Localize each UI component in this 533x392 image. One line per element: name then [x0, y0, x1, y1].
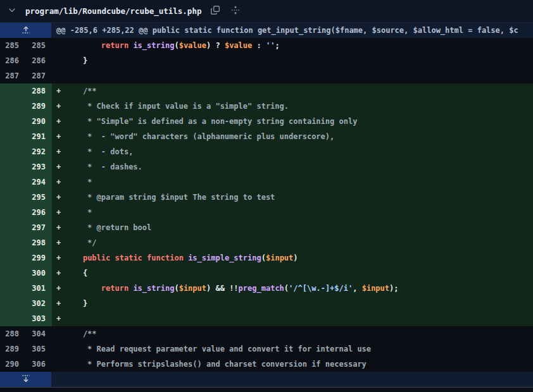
new-line-number[interactable]: 296 — [25, 205, 52, 220]
new-line-number[interactable]: 288 — [25, 83, 52, 99]
old-line-number[interactable]: 288 — [0, 326, 25, 341]
new-line-number[interactable]: 295 — [25, 190, 52, 205]
old-line-number[interactable]: 287 — [0, 68, 25, 83]
file-header: program/lib/Roundcube/rcube_utils.php — [0, 0, 533, 23]
old-line-number[interactable] — [0, 99, 25, 114]
old-line-number[interactable] — [0, 190, 25, 205]
diff-marker: + — [52, 99, 65, 114]
old-line-number[interactable]: 290 — [0, 357, 25, 372]
new-line-number[interactable]: 293 — [25, 159, 52, 175]
diff-line: 288304 /** — [0, 326, 533, 341]
code-line: } — [65, 53, 533, 68]
code-line: * @param string $input The string to tes… — [65, 190, 533, 205]
diff-marker — [52, 68, 65, 83]
code-line — [65, 311, 533, 326]
expand-up-button[interactable] — [0, 23, 51, 38]
diff-marker: + — [52, 220, 65, 235]
old-line-number[interactable] — [0, 250, 25, 266]
code-line: * - dashes. — [65, 159, 533, 175]
old-line-number[interactable] — [0, 266, 25, 281]
code-line: * Performs stripslashes() and charset co… — [65, 357, 533, 372]
new-line-number[interactable]: 291 — [25, 129, 52, 144]
new-line-number[interactable]: 287 — [25, 68, 52, 83]
code-line — [65, 68, 533, 83]
diff-line: 302+ } — [0, 296, 533, 311]
diff-marker: + — [52, 190, 65, 205]
diff-marker: + — [52, 129, 65, 144]
old-line-number[interactable] — [0, 83, 25, 99]
old-line-number[interactable] — [0, 220, 25, 235]
diff-marker — [52, 326, 65, 341]
diff-line: 290306 * Performs stripslashes() and cha… — [0, 357, 533, 372]
old-line-number[interactable] — [0, 129, 25, 144]
new-line-number[interactable]: 300 — [25, 266, 52, 281]
hunk-header-text: @@ -285,6 +285,22 @@ public static funct… — [51, 26, 518, 35]
diff-marker: + — [52, 205, 65, 220]
diff-line: 294+ * — [0, 175, 533, 190]
old-line-number[interactable] — [0, 311, 25, 326]
diff-marker: + — [52, 175, 65, 190]
code-line: * - dots, — [65, 144, 533, 159]
old-line-number[interactable] — [0, 114, 25, 129]
diff-line: 291+ * - "word" characters (alphanumeric… — [0, 129, 533, 144]
expand-down-button[interactable] — [0, 372, 51, 387]
code-line: { — [65, 266, 533, 281]
diff-line: 289+ * Check if input value is a "simple… — [0, 99, 533, 114]
chevron-down-icon — [8, 6, 16, 16]
new-line-number[interactable]: 306 — [25, 357, 52, 372]
expand-vertical-icon — [230, 5, 241, 17]
diff-line: 296+ * — [0, 205, 533, 220]
diff-line: 290+ * "Simple" is defined as a non-empt… — [0, 114, 533, 129]
code-line: * @return bool — [65, 220, 533, 235]
diff-line: 285285 return is_string($value) ? $value… — [0, 38, 533, 53]
diff-line: 295+ * @param string $input The string t… — [0, 190, 533, 205]
code-line: } — [65, 296, 533, 311]
diff-line: 292+ * - dots, — [0, 144, 533, 159]
code-line: /** — [65, 326, 533, 341]
new-line-number[interactable]: 304 — [25, 326, 52, 341]
new-line-number[interactable]: 286 — [25, 53, 52, 68]
diff-line: 293+ * - dashes. — [0, 159, 533, 175]
diff-marker — [52, 53, 65, 68]
new-line-number[interactable]: 285 — [25, 38, 52, 53]
new-line-number[interactable]: 301 — [25, 281, 52, 296]
diff-marker: + — [52, 235, 65, 250]
new-line-number[interactable]: 303 — [25, 311, 52, 326]
old-line-number[interactable] — [0, 281, 25, 296]
drag-handle-button[interactable] — [229, 4, 242, 18]
old-line-number[interactable] — [0, 205, 25, 220]
diff-line: 299+ public static function is_simple_st… — [0, 250, 533, 266]
diff-marker — [52, 38, 65, 53]
diff-line: 286286 } — [0, 53, 533, 68]
old-line-number[interactable] — [0, 175, 25, 190]
new-line-number[interactable]: 290 — [25, 114, 52, 129]
collapse-file-button[interactable] — [6, 4, 18, 18]
new-line-number[interactable]: 294 — [25, 175, 52, 190]
new-line-number[interactable]: 298 — [25, 235, 52, 250]
new-line-number[interactable]: 289 — [25, 99, 52, 114]
new-line-number[interactable]: 292 — [25, 144, 52, 159]
old-line-number[interactable]: 286 — [0, 53, 25, 68]
old-line-number[interactable] — [0, 296, 25, 311]
bottom-divider — [0, 387, 533, 392]
code-line: return is_string($value) ? $value : ''; — [65, 38, 533, 53]
old-line-number[interactable]: 289 — [0, 341, 25, 357]
code-line: * — [65, 175, 533, 190]
old-line-number[interactable] — [0, 159, 25, 175]
code-line: * "Simple" is defined as a non-empty str… — [65, 114, 533, 129]
new-line-number[interactable]: 297 — [25, 220, 52, 235]
copy-path-button[interactable] — [209, 4, 222, 18]
old-line-number[interactable] — [0, 144, 25, 159]
new-line-number[interactable]: 299 — [25, 250, 52, 266]
code-line: */ — [65, 235, 533, 250]
new-line-number[interactable]: 305 — [25, 341, 52, 357]
diff-marker: + — [52, 250, 65, 266]
diff-line: 300+ { — [0, 266, 533, 281]
diff-line: 303+ — [0, 311, 533, 326]
old-line-number[interactable]: 285 — [0, 38, 25, 53]
old-line-number[interactable] — [0, 235, 25, 250]
new-line-number[interactable]: 302 — [25, 296, 52, 311]
copy-icon — [210, 5, 220, 17]
hunk-header-row: @@ -285,6 +285,22 @@ public static funct… — [0, 23, 533, 38]
code-line: * - "word" characters (alphanumeric plus… — [65, 129, 533, 144]
